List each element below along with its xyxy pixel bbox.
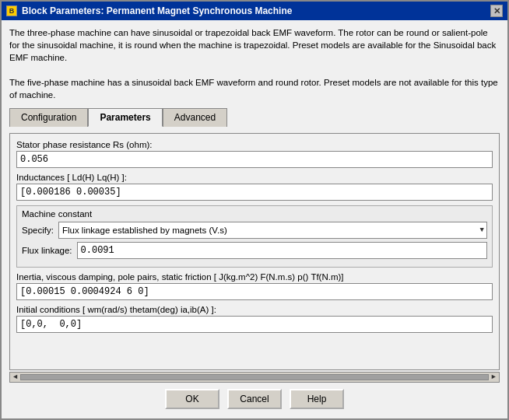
close-button[interactable]: ✕ — [490, 5, 503, 17]
description-para2: The five-phase machine has a sinusoidal … — [9, 76, 500, 101]
help-button[interactable]: Help — [290, 389, 344, 409]
tab-content-parameters: Stator phase resistance Rs (ohm): Induct… — [9, 133, 500, 370]
tab-parameters[interactable]: Parameters — [88, 108, 162, 127]
tab-advanced[interactable]: Advanced — [163, 108, 227, 127]
flux-input[interactable] — [77, 242, 487, 259]
inertia-label: Inertia, viscous damping, pole pairs, st… — [16, 272, 493, 282]
main-window: B Block Parameters: Permanent Magnet Syn… — [0, 0, 509, 420]
initial-label: Initial conditions [ wm(rad/s) thetam(de… — [16, 305, 493, 314]
inductances-label: Inductances [ Ld(H) Lq(H) ]: — [16, 173, 493, 182]
main-content: The three-phase machine can have sinusoi… — [2, 20, 507, 418]
scroll-thumb[interactable] — [20, 374, 488, 380]
initial-group: Initial conditions [ wm(rad/s) thetam(de… — [16, 305, 493, 333]
machine-constant-box: Machine constant Specify: Flux linkage e… — [16, 205, 493, 268]
inertia-input[interactable] — [16, 283, 493, 300]
description-para1: The three-phase machine can have sinusoi… — [9, 26, 500, 64]
ok-button[interactable]: OK — [165, 389, 219, 409]
window-icon: B — [6, 5, 17, 16]
button-bar: OK Cancel Help — [9, 383, 500, 414]
horizontal-scrollbar: ◄ ► — [9, 372, 500, 383]
specify-select-wrapper: Flux linkage established by magnets (V.s… — [58, 222, 487, 239]
tab-bar: Configuration Parameters Advanced — [9, 108, 500, 127]
stator-group: Stator phase resistance Rs (ohm): — [16, 140, 493, 168]
title-bar-left: B Block Parameters: Permanent Magnet Syn… — [6, 5, 292, 16]
inertia-group: Inertia, viscous damping, pole pairs, st… — [16, 272, 493, 300]
tab-configuration[interactable]: Configuration — [9, 108, 88, 127]
specify-select[interactable]: Flux linkage established by magnets (V.s… — [58, 222, 487, 239]
initial-input[interactable] — [16, 316, 493, 333]
specify-row: Specify: Flux linkage established by mag… — [22, 222, 487, 239]
window-title: Block Parameters: Permanent Magnet Synch… — [22, 5, 292, 16]
specify-label: Specify: — [22, 226, 54, 235]
cancel-button[interactable]: Cancel — [227, 389, 282, 409]
title-bar: B Block Parameters: Permanent Magnet Syn… — [2, 2, 507, 20]
flux-label: Flux linkage: — [22, 246, 72, 255]
stator-input[interactable] — [16, 151, 493, 168]
description-area: The three-phase machine can have sinusoi… — [9, 26, 500, 102]
inductances-input[interactable] — [16, 184, 493, 201]
stator-label: Stator phase resistance Rs (ohm): — [16, 140, 493, 149]
scroll-left-arrow[interactable]: ◄ — [12, 373, 19, 381]
machine-constant-title: Machine constant — [22, 209, 487, 219]
inductances-group: Inductances [ Ld(H) Lq(H) ]: — [16, 173, 493, 201]
flux-row: Flux linkage: — [22, 242, 487, 259]
scroll-right-arrow[interactable]: ► — [490, 373, 497, 381]
